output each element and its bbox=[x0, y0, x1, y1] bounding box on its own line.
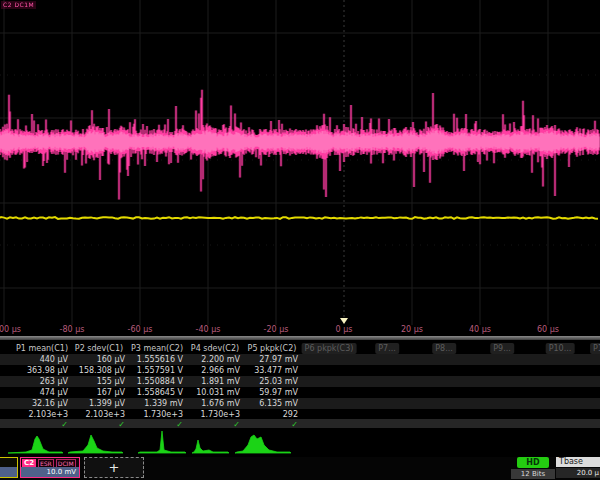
measurement-column-header[interactable]: P2 sdev(C1) bbox=[75, 343, 123, 354]
table-row-band bbox=[0, 354, 600, 365]
measurement-column-header-empty[interactable]: P10... bbox=[546, 343, 575, 354]
measurement-cell: 474 µV bbox=[40, 387, 68, 398]
measurement-column-header[interactable]: P5 pkpk(C2) bbox=[248, 343, 297, 354]
channel-overlay-label: C2 DC1M bbox=[1, 1, 36, 9]
time-axis-label: -20 µs bbox=[264, 325, 289, 334]
timebase-descriptor[interactable]: Tbase 20.0 µ bbox=[556, 457, 600, 478]
measurement-cell: 1.557591 V bbox=[137, 365, 183, 376]
add-channel-button[interactable]: + bbox=[84, 457, 144, 478]
measurement-cell: 160 µV bbox=[97, 354, 125, 365]
measurement-status-check-icon: ✓ bbox=[176, 420, 183, 429]
measurement-cell: 155 µV bbox=[97, 376, 125, 387]
oscilloscope-screen: C2 DC1M DCIM 0 mV C2 ESR DCIM 10.0 mV + … bbox=[0, 0, 600, 480]
c1-vdiv-value: 0 mV bbox=[0, 467, 17, 477]
trigger-position-icon[interactable] bbox=[340, 318, 348, 324]
channel-c1-descriptor[interactable]: DCIM 0 mV bbox=[0, 457, 18, 478]
time-axis-label: -60 µs bbox=[128, 325, 153, 334]
measurement-cell: 1.550884 V bbox=[137, 376, 183, 387]
measurement-column-header[interactable]: P1 mean(C1) bbox=[16, 343, 68, 354]
measurement-cell: 292 bbox=[283, 409, 298, 420]
measurement-cell: 167 µV bbox=[97, 387, 125, 398]
waveform-grid bbox=[0, 0, 600, 325]
measurement-column-header-empty[interactable]: P6 pkpk(C3) bbox=[302, 343, 357, 354]
time-axis-label: 60 µs bbox=[537, 325, 559, 334]
measurement-cell: 1.399 µV bbox=[89, 398, 125, 409]
measurement-cell: 363.98 µV bbox=[27, 365, 68, 376]
channel-c2-descriptor[interactable]: C2 ESR DCIM 10.0 mV bbox=[20, 457, 80, 478]
time-axis-label: -80 µs bbox=[60, 325, 85, 334]
measurement-cell: 440 µV bbox=[40, 354, 68, 365]
histicon-shape bbox=[235, 435, 291, 453]
timebase-title: Tbase bbox=[556, 457, 600, 467]
measurement-histicons bbox=[0, 429, 600, 457]
time-axis-label: 20 µs bbox=[401, 325, 423, 334]
measurement-cell: 6.135 mV bbox=[259, 398, 298, 409]
measurement-column-header[interactable]: P4 sdev(C2) bbox=[191, 343, 239, 354]
measurement-column-header-empty[interactable]: P8... bbox=[432, 343, 456, 354]
measurement-cell: 10.031 mV bbox=[196, 387, 240, 398]
time-axis-label: -40 µs bbox=[196, 325, 221, 334]
measurement-cell: 2.103e+3 bbox=[85, 409, 125, 420]
measurement-cell: 1.339 mV bbox=[144, 398, 183, 409]
hd-bits-label: 12 Bits bbox=[511, 469, 555, 479]
histicon-shape bbox=[192, 440, 229, 453]
measurement-cell: 32.16 µV bbox=[32, 398, 68, 409]
measurement-column-header-empty[interactable]: P1 bbox=[590, 343, 600, 354]
measurement-cell: 25.03 mV bbox=[259, 376, 298, 387]
c1-flat-trace bbox=[0, 217, 598, 219]
timebase-value: 20.0 µ bbox=[556, 468, 600, 478]
measurement-cell: 1.730e+3 bbox=[200, 409, 240, 420]
measurement-cell: 27.97 mV bbox=[259, 354, 298, 365]
histicon-shape bbox=[8, 436, 63, 453]
histicon-shape bbox=[68, 435, 123, 453]
measurement-cell: 1.730e+3 bbox=[143, 409, 183, 420]
hd-mode-badge[interactable]: HD bbox=[517, 457, 549, 468]
measurement-status-check-icon: ✓ bbox=[291, 420, 298, 429]
measurement-column-header[interactable]: P3 mean(C2) bbox=[131, 343, 183, 354]
descriptor-bar: DCIM 0 mV C2 ESR DCIM 10.0 mV + HD 12 Bi… bbox=[0, 457, 600, 480]
measurement-cell: 33.477 mV bbox=[254, 365, 298, 376]
table-separator bbox=[0, 336, 600, 340]
measurement-cell: 1.558645 V bbox=[137, 387, 183, 398]
measurement-cell: 59.97 mV bbox=[259, 387, 298, 398]
measurement-cell: 2.103e+3 bbox=[28, 409, 68, 420]
measurement-column-header-empty[interactable]: P9... bbox=[490, 343, 514, 354]
measurement-cell: 1.891 mV bbox=[201, 376, 240, 387]
measurement-column-header-empty[interactable]: P7... bbox=[375, 343, 399, 354]
measurement-status-check-icon: ✓ bbox=[118, 420, 125, 429]
measurement-cell: 158.308 µV bbox=[79, 365, 125, 376]
measurement-cell: 263 µV bbox=[40, 376, 68, 387]
measurement-status-check-icon: ✓ bbox=[61, 420, 68, 429]
measurement-cell: 1.676 mV bbox=[201, 398, 240, 409]
measurement-cell: 2.966 mV bbox=[201, 365, 240, 376]
c2-vdiv-value: 10.0 mV bbox=[21, 467, 79, 477]
measurement-cell: 1.555616 V bbox=[137, 354, 183, 365]
table-status-band bbox=[0, 419, 600, 428]
time-axis-label: 40 µs bbox=[469, 325, 491, 334]
time-axis-label: 0 µs bbox=[336, 325, 353, 334]
table-row-band bbox=[0, 376, 600, 387]
measurement-status-check-icon: ✓ bbox=[233, 420, 240, 429]
measurement-cell: 2.200 mV bbox=[201, 354, 240, 365]
histicon-shape bbox=[138, 431, 186, 453]
time-axis-label: 00 µs bbox=[0, 325, 21, 334]
